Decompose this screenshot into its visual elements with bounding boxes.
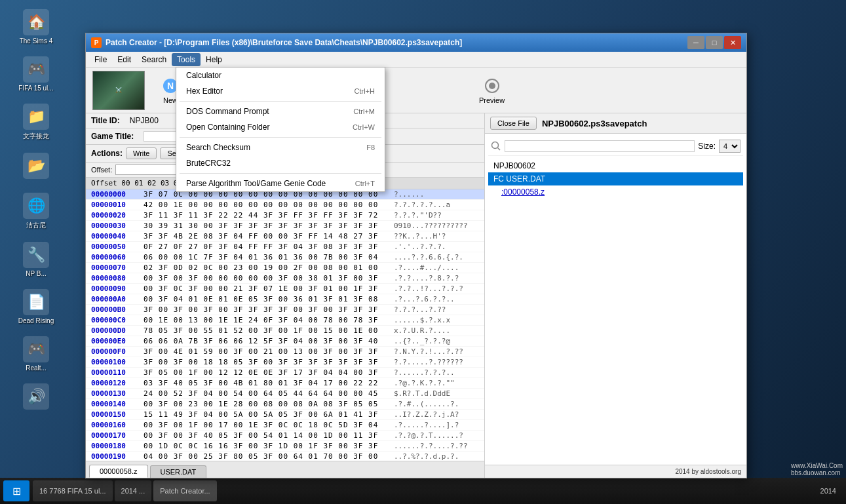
table-row[interactable]: 00000160 00 3F 00 1F 00 17 00 1E 3F 0C 0… xyxy=(86,420,484,431)
separator-2 xyxy=(180,137,381,138)
table-row[interactable]: 00000030 30 39 31 30 00 3F 3F 3F 3F 3F 3… xyxy=(86,221,484,231)
desktop-icon-jieguny[interactable]: 🔧 NP B... xyxy=(3,239,69,280)
svg-line-12 xyxy=(498,148,501,151)
game-title-label: Game Title: xyxy=(91,132,134,141)
preview-button[interactable]: Preview xyxy=(474,73,510,107)
table-row[interactable]: 00000070 02 3F 0D 02 0C 00 23 00 19 00 2… xyxy=(86,263,484,273)
taskbar: ⊞ 16 7768 FIFA 15 ul... 2014 ... Patch C… xyxy=(0,478,846,504)
table-row[interactable]: 00000080 00 3F 00 3F 00 00 00 00 00 3F 0… xyxy=(86,273,484,284)
parse-algo-label: Parse Algorithm Tool/Game Genie Code xyxy=(186,179,355,188)
desktop-icon-213wa[interactable]: 🌐 洁古尼 xyxy=(3,190,69,233)
game-icon: 🎮 xyxy=(23,56,49,83)
search-checksum-label: Search Checksum xyxy=(186,143,366,152)
desktop-icon-np[interactable]: 📄 Dead Rising xyxy=(3,286,69,327)
table-row[interactable]: 00000100 3F 00 3F 00 18 18 05 3F 00 3F 3… xyxy=(86,357,484,368)
preview-label: Preview xyxy=(479,96,505,104)
menu-tools[interactable]: Tools xyxy=(172,53,201,66)
sims4-label: The Sims 4 xyxy=(20,37,53,45)
dropdown-parse-algo[interactable]: Parse Algorithm Tool/Game Genie Code Ctr… xyxy=(176,176,385,191)
desktop-icon-sims4[interactable]: 🏠 The Sims 4 xyxy=(3,7,69,47)
brand-2: bbs.duowan.com xyxy=(791,469,841,476)
close-file-button[interactable]: Close File xyxy=(490,117,537,130)
separator-1 xyxy=(180,101,381,102)
taskbar-item-1[interactable]: 16 7768 FIFA 15 ul... xyxy=(33,480,113,501)
minimize-button[interactable]: ─ xyxy=(687,36,704,49)
213wa-icon: 🌐 xyxy=(23,193,49,219)
maximize-button[interactable]: □ xyxy=(706,36,723,49)
np-label: Dead Rising xyxy=(18,317,54,324)
table-row[interactable]: 00000180 00 1D 0C 0C 16 16 3F 00 3F 1D 0… xyxy=(86,441,484,452)
svg-text:N: N xyxy=(167,81,174,91)
tab-user-dat[interactable]: USER.DAT xyxy=(150,465,207,478)
table-row[interactable]: 00000060 06 00 00 1C 7F 3F 04 01 36 01 3… xyxy=(86,252,484,263)
table-row[interactable]: 00000010 42 00 1E 00 00 00 00 00 00 00 0… xyxy=(86,200,484,210)
svg-point-10 xyxy=(489,83,495,89)
start-button[interactable]: ⊞ xyxy=(3,480,29,501)
menu-help[interactable]: Help xyxy=(201,53,227,66)
desktop-icon-deadrising[interactable]: 🎮 Realt... xyxy=(3,334,69,374)
table-row[interactable]: 00000090 00 3F 0C 3F 00 00 21 3F 07 1E 0… xyxy=(86,284,484,294)
table-row[interactable]: 00000020 3F 11 3F 11 3F 22 22 44 3F 3F F… xyxy=(86,210,484,221)
word-icon: 📁 xyxy=(23,104,49,130)
table-row[interactable]: 00000170 00 3F 00 3F 40 05 3F 00 54 01 1… xyxy=(86,431,484,441)
table-row[interactable]: 000000E0 06 06 0A 7B 3F 06 06 12 5F 3F 0… xyxy=(86,336,484,347)
taskbar-item-3[interactable]: Patch Creator... xyxy=(153,480,216,501)
tab-hex-file[interactable]: 00000058.z xyxy=(89,465,148,478)
title-id-label: Title ID: xyxy=(91,116,120,125)
search-bar: Size: 4 2 1 8 xyxy=(488,137,743,156)
jieguni-icon: 🔧 xyxy=(23,242,49,268)
table-row[interactable]: 00000110 3F 05 00 1F 00 12 12 0E 0E 3F 1… xyxy=(86,368,484,378)
table-row[interactable]: 000000B0 3F 00 3F 00 3F 00 3F 3F 3F 3F 0… xyxy=(86,305,484,315)
table-row[interactable]: 000000C0 00 1E 00 13 00 1E 1E 24 0F 3F 0… xyxy=(86,315,484,326)
menu-edit[interactable]: Edit xyxy=(112,53,136,66)
tools-dropdown: Calculator Hex Editor Ctrl+H DOS Command… xyxy=(176,67,385,192)
213wa-label: 洁古尼 xyxy=(26,221,46,230)
close-button[interactable]: ✕ xyxy=(724,36,741,49)
branding-text: www.XiaWai.Com bbs.duowan.com xyxy=(791,462,843,476)
taskbar-item-2[interactable]: 2014 ... xyxy=(115,480,152,501)
preview-icon xyxy=(482,77,503,95)
table-row[interactable]: 000000D0 78 05 3F 00 55 01 52 00 3F 00 1… xyxy=(86,326,484,336)
app-icon: P xyxy=(91,37,102,48)
table-row[interactable]: 000000A0 00 3F 04 01 0E 01 0E 05 3F 00 3… xyxy=(86,294,484,305)
brutecrc32-label: BruteCRC32 xyxy=(186,159,375,168)
table-row[interactable]: 00000130 24 00 52 3F 04 00 54 00 64 05 4… xyxy=(86,389,484,399)
desktop-icon-word[interactable]: 📁 文字接龙 xyxy=(3,101,69,144)
write-button[interactable]: Write xyxy=(126,147,157,159)
tree-selected[interactable]: FC USER.DAT xyxy=(488,172,743,185)
size-label: Size: xyxy=(698,142,716,151)
search-input[interactable] xyxy=(505,140,695,152)
size-select[interactable]: 4 2 1 8 xyxy=(719,140,740,153)
table-row[interactable]: 00000050 0F 27 0F 27 0F 3F 04 FF FF 3F 0… xyxy=(86,242,484,252)
table-row[interactable]: 00000040 3F 3F 4B 2E 08 3F 04 FF 00 00 3… xyxy=(86,231,484,242)
dropdown-hex-editor[interactable]: Hex Editor Ctrl+H xyxy=(176,83,385,99)
window-title: Patch Creator - [D:\Program Files (x86)\… xyxy=(106,38,687,47)
table-row[interactable]: 00000190 04 00 3F 00 25 3F 80 05 3F 00 6… xyxy=(86,452,484,461)
dropdown-search-checksum[interactable]: Search Checksum F8 xyxy=(176,140,385,155)
tree-file-item[interactable]: :00000058.z xyxy=(488,185,743,199)
dropdown-dos-cmd[interactable]: DOS Command Prompt Ctrl+M xyxy=(176,104,385,119)
desktop-icon-game[interactable]: 🎮 FIFA 15 ul... xyxy=(3,54,69,94)
table-row[interactable]: 00000120 03 3F 40 05 3F 00 4B 01 80 01 3… xyxy=(86,378,484,389)
hex-data-area[interactable]: 00000000 3F 07 0C 00 00 00 00 00 00 00 0… xyxy=(86,189,484,461)
realtek-icon: 🔊 xyxy=(23,383,49,410)
dropdown-calculator[interactable]: Calculator xyxy=(176,68,385,83)
dos-cmd-label: DOS Command Prompt xyxy=(186,107,353,116)
desktop-icon-explorer[interactable]: 📂 xyxy=(3,150,69,184)
dropdown-open-folder[interactable]: Open Containing Folder Ctrl+W xyxy=(176,119,385,135)
tree-root[interactable]: NPJB00602 xyxy=(488,159,743,172)
word-label: 文字接龙 xyxy=(23,132,49,141)
table-row[interactable]: 00000150 15 11 49 3F 04 00 5A 00 5A 05 3… xyxy=(86,410,484,420)
table-row[interactable]: 00000140 00 3F 00 23 00 1E 28 00 08 00 0… xyxy=(86,399,484,410)
desktop-icon-realtek[interactable]: 🔊 xyxy=(3,381,69,414)
menu-file[interactable]: File xyxy=(89,53,112,66)
taskbar-items: 16 7768 FIFA 15 ul... 2014 ... Patch Cre… xyxy=(33,480,820,501)
table-row[interactable]: 000000F0 3F 00 4E 01 59 00 3F 00 21 00 1… xyxy=(86,347,484,357)
deadrising-label: Realt... xyxy=(26,364,47,372)
deadrising-icon: 🎮 xyxy=(23,336,49,362)
window-controls: ─ □ ✕ xyxy=(687,36,741,49)
row-offset: 00000000 xyxy=(91,190,144,199)
dropdown-brutecrc32[interactable]: BruteCRC32 xyxy=(176,155,385,171)
menu-search[interactable]: Search xyxy=(136,53,172,66)
offset-input[interactable] xyxy=(115,165,181,175)
